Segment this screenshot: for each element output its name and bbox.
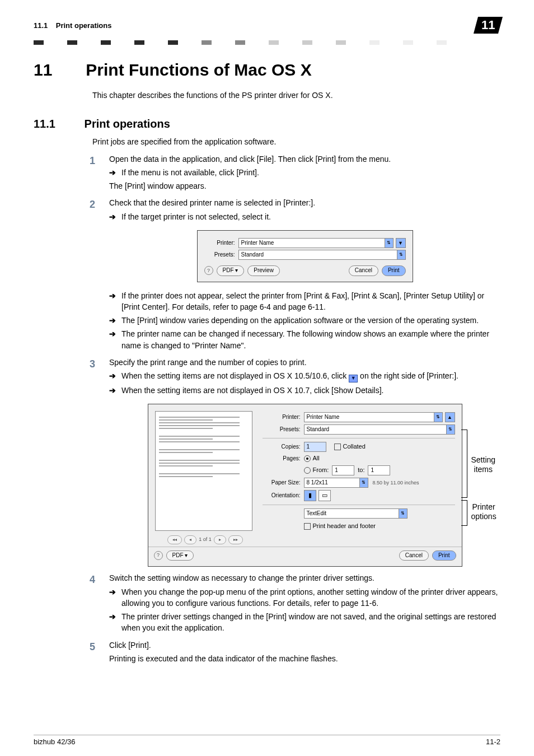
arrow-icon: ➔: [109, 290, 116, 301]
presets-label: Presets:: [263, 426, 301, 434]
chapter-title-text: Print Functions of Mac OS X: [86, 60, 311, 79]
step-2-sub3-text: The [Print] window varies depending on t…: [121, 316, 479, 325]
copies-label: Copies:: [263, 443, 301, 451]
annotation-printer: Printer options: [471, 502, 496, 521]
help-button[interactable]: ?: [204, 266, 213, 275]
section-intro: Print jobs are specified from the applic…: [92, 136, 500, 147]
collated-checkbox[interactable]: [334, 444, 341, 450]
footer-page: 11-2: [486, 738, 500, 746]
step-number: 2: [90, 197, 95, 212]
section-title: 11.1 Print operations: [34, 118, 500, 130]
arrow-icon: ➔: [109, 315, 116, 326]
annotation-bracket-setting: [461, 430, 467, 498]
step-2: 2 Check that the desired printer name is…: [34, 197, 500, 351]
dialog-preview-pane: ◂◂ ◂ 1 of 1 ▸ ▸▸: [148, 404, 260, 547]
section-title-text: Print operations: [85, 118, 170, 130]
dialog-settings-pane: Printer: Printer Name ⇅ ▲ Presets: Stand…: [260, 404, 462, 547]
nav-next-icon[interactable]: ▸: [214, 535, 226, 544]
header-left: 11.1 Print operations: [34, 21, 111, 30]
nav-first-icon[interactable]: ◂◂: [167, 535, 182, 544]
footer-checkbox[interactable]: [304, 523, 311, 530]
dialog-page-thumbnail: [155, 411, 252, 531]
orientation-landscape-icon[interactable]: ▭: [318, 490, 331, 501]
copies-field[interactable]: 1: [304, 442, 326, 452]
annotation-bracket-printer: [461, 500, 467, 526]
print-button[interactable]: Print: [382, 265, 406, 276]
step-4-sub1: ➔ When you change the pop-up menu of the…: [109, 586, 500, 609]
dropdown-icon[interactable]: ⇅: [397, 250, 406, 260]
page-header: 11.1 Print operations 11: [34, 17, 500, 34]
presets-label: Presets:: [204, 251, 235, 259]
orientation-label: Orientation:: [263, 492, 301, 500]
dropdown-icon[interactable]: ⇅: [385, 238, 394, 248]
step-4-sub2-text: The printer driver settings changed in t…: [121, 612, 496, 632]
step-4-sub2: ➔ The printer driver settings changed in…: [109, 611, 500, 634]
printer-field[interactable]: Printer Name: [238, 238, 385, 248]
pages-all-label: All: [313, 454, 320, 463]
arrow-icon: ➔: [109, 385, 116, 396]
section-number: 11.1: [34, 118, 81, 130]
papersize-label: Paper Size:: [263, 479, 301, 487]
chapter-badge-text: 11: [481, 18, 495, 32]
step-2-sub4: ➔ The printer name can be changed if nec…: [109, 328, 500, 351]
pages-from-field[interactable]: 1: [332, 465, 354, 475]
step-2-sub3: ➔ The [Print] window varies depending on…: [109, 315, 500, 326]
pages-all-radio[interactable]: [304, 455, 311, 462]
chapter-number: 11: [34, 60, 81, 80]
nav-prev-icon[interactable]: ◂: [184, 535, 196, 544]
chapter-title: 11 Print Functions of Mac OS X: [34, 60, 500, 80]
expand-button[interactable]: ▼: [396, 238, 406, 248]
presets-field[interactable]: Standard: [238, 250, 397, 260]
step-5: 5 Click [Print]. Printing is executed an…: [34, 640, 500, 665]
dropdown-icon[interactable]: ⇅: [399, 508, 407, 519]
orientation-portrait-icon[interactable]: ▮: [304, 490, 316, 501]
arrow-icon: ➔: [109, 211, 116, 222]
presets-field[interactable]: Standard: [304, 424, 447, 435]
dropdown-icon[interactable]: ⇅: [434, 412, 443, 422]
step-2-sub1-text: If the target printer is not selected, s…: [121, 212, 271, 221]
collapse-button[interactable]: ▲: [445, 412, 455, 422]
header-divider: [34, 40, 500, 45]
step-1-sub1-text: If the menu is not available, click [Pri…: [121, 168, 259, 177]
pages-from-radio[interactable]: [304, 467, 311, 474]
papersize-field[interactable]: 8 1/2x11: [304, 478, 360, 488]
step-3-sub1-text: When the setting items are not displayed…: [121, 371, 349, 380]
cancel-button[interactable]: Cancel: [349, 265, 378, 276]
dropdown-inline-icon: ▼: [349, 375, 358, 382]
nav-last-icon[interactable]: ▸▸: [228, 535, 243, 544]
help-button[interactable]: ?: [154, 551, 163, 560]
pdf-button[interactable]: PDF ▾: [217, 265, 245, 276]
step-4-sub1-text: When you change the pop-up menu of the p…: [121, 587, 498, 608]
step-3-text: Specify the print range and the number o…: [109, 358, 307, 367]
print-button[interactable]: Print: [432, 550, 456, 561]
step-1-sub1: ➔ If the menu is not available, click [P…: [109, 167, 500, 178]
section-select[interactable]: TextEdit: [304, 508, 399, 519]
print-dialog-small: Printer: Printer Name ⇅ ▼ Presets: Stand…: [197, 230, 413, 282]
footer-product: bizhub 42/36: [34, 738, 75, 746]
chapter-intro: This chapter describes the functions of …: [92, 90, 500, 101]
step-1-after: The [Print] window appears.: [109, 180, 500, 192]
step-2-sub2-text: If the printer does not appear, select t…: [121, 291, 484, 311]
pages-to-field[interactable]: 1: [368, 465, 390, 475]
dropdown-icon[interactable]: ⇅: [446, 424, 455, 435]
step-1: 1 Open the data in the application, and …: [34, 153, 500, 192]
step-4: 4 Switch the setting window as necessary…: [34, 572, 500, 633]
page-footer: bizhub 42/36 11-2: [34, 735, 500, 746]
step-5-text: Click [Print].: [109, 641, 151, 650]
arrow-icon: ➔: [109, 370, 116, 381]
cancel-button[interactable]: Cancel: [399, 550, 429, 561]
step-3-sub1: ➔ When the setting items are not display…: [109, 370, 500, 382]
arrow-icon: ➔: [109, 611, 116, 622]
preview-button[interactable]: Preview: [247, 265, 280, 276]
footer-check-label: Print header and footer: [313, 522, 376, 531]
pages-to-label: to:: [358, 466, 364, 475]
arrow-icon: ➔: [109, 586, 116, 598]
chapter-badge: 11: [473, 17, 503, 34]
dropdown-icon[interactable]: ⇅: [359, 478, 368, 488]
step-2-sub1: ➔ If the target printer is not selected,…: [109, 211, 500, 222]
pdf-button[interactable]: PDF ▾: [166, 550, 194, 561]
annotation-setting: Setting items: [471, 455, 496, 474]
papersize-hint: 8.50 by 11.00 inches: [373, 479, 419, 487]
printer-field[interactable]: Printer Name: [304, 412, 434, 422]
nav-page-indicator: 1 of 1: [199, 536, 212, 543]
